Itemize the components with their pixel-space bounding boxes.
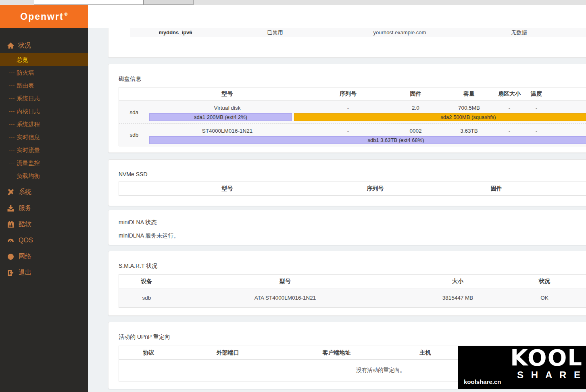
disk-capacity: 700.5MB [440, 105, 498, 111]
table-row: myddns_ipv6 已禁用 yourhost.example.com 无数据 [130, 28, 586, 37]
nvme-table-header: 型号 序列号 固件 [119, 182, 586, 196]
disk-table: 型号 序列号 固件 容量 扇区大小 温度 sda Virtual disk - … [119, 87, 586, 146]
ddns-name: myddns_ipv6 [130, 29, 221, 35]
sidebar-item-system-log[interactable]: 系统日志 [0, 92, 88, 105]
sidebar-item-label: 状况 [18, 42, 31, 50]
sidebar-item-label: 网络 [19, 252, 31, 261]
sidebar-item-status[interactable]: 状况 [0, 39, 88, 52]
sidebar-item-realtime-info[interactable]: 实时信息 [0, 131, 88, 144]
disk-info-title: 磁盘信息 [119, 75, 586, 83]
smart-title: S.M.A.R.T 状况 [119, 263, 586, 270]
main-content: myddns_ipv6 已禁用 yourhost.example.com 无数据… [88, 28, 586, 392]
sidebar-item-system[interactable]: 系统 [0, 184, 88, 200]
browser-artifact-bar [0, 0, 586, 5]
sidebar-item-label: 实时信息 [17, 134, 40, 140]
upnp-title: 活动的 UPnP 重定向 [119, 334, 586, 341]
sidebar-item-koolsoft[interactable]: 酷软 [0, 216, 88, 232]
disk-firmware: 0002 [391, 128, 440, 134]
sidebar-item-network[interactable]: 网络 [0, 248, 88, 265]
disk-sector-size: - [498, 105, 521, 111]
sidebar-item-overview[interactable]: 总览 [0, 53, 88, 66]
disk-temperature: - [521, 105, 552, 111]
sidebar-item-services[interactable]: 服务 [0, 200, 88, 216]
calendar-icon [7, 221, 14, 228]
table-row: sdb ATA ST4000LM016-1N21 3815447 MB OK [119, 288, 586, 308]
disk-serial: - [305, 128, 391, 134]
app-logo[interactable]: Openwrt® [0, 5, 88, 28]
nvme-card: NVMe SSD 型号 序列号 固件 [108, 159, 586, 206]
minidlna-title: miniDLNA 状态 [119, 219, 586, 226]
col-header: 序列号 [336, 185, 415, 192]
disk-info-line: Virtual disk - 2.0 700.5MB - - [119, 101, 586, 112]
sidebar-item-label: 系统日志 [17, 95, 40, 102]
sidebar-item-routes[interactable]: 路由表 [0, 79, 88, 92]
browser-artifact-button[interactable] [144, 0, 194, 5]
col-header: 型号 [174, 278, 396, 285]
col-header: 客户端地址 [277, 349, 396, 357]
sidebar-item-label: 防火墙 [17, 69, 34, 76]
disk-table-header: 型号 序列号 固件 容量 扇区大小 温度 [119, 87, 586, 101]
col-header: 设备 [119, 278, 174, 285]
disk-model: ST4000LM016-1N21 [149, 128, 305, 134]
disk-firmware: 2.0 [391, 105, 440, 111]
registered-mark-icon: ® [65, 12, 68, 17]
koolshare-logo-share: S H A R E [498, 369, 583, 381]
col-header: 外部端口 [178, 349, 277, 357]
sidebar-item-label: 负载均衡 [17, 173, 40, 179]
sidebar-item-label: 服务 [19, 204, 31, 213]
col-header: 温度 [521, 90, 552, 98]
sidebar-item-kernel-log[interactable]: 内核日志 [0, 105, 88, 118]
smart-device: sdb [119, 295, 174, 301]
smart-model: ATA ST4000LM016-1N21 [174, 295, 396, 301]
col-header: 状况 [519, 278, 569, 285]
sidebar-item-qos[interactable]: QOS [0, 232, 88, 248]
smart-card: S.M.A.R.T 状况 设备 型号 大小 状况 sdb ATA ST4000L… [108, 251, 586, 316]
sidebar-item-label: 酷软 [19, 220, 31, 229]
disk-device: sdb [119, 124, 149, 146]
sidebar-item-traffic-monitor[interactable]: 流量监控 [0, 156, 88, 169]
col-header: 大小 [396, 278, 519, 285]
disk-sector-size: - [498, 128, 521, 134]
tools-icon [7, 189, 14, 196]
main-menu: 系统 服务 酷软 QOS 网络 [0, 184, 88, 281]
sidebar-item-realtime-traffic[interactable]: 实时流量 [0, 144, 88, 156]
download-icon [7, 205, 14, 212]
sidebar-item-load-balance[interactable]: 负载均衡 [0, 169, 88, 182]
sidebar-item-label: QOS [19, 237, 33, 244]
sidebar-item-processes[interactable]: 系统进程 [0, 118, 88, 131]
sidebar-item-label: 退出 [19, 269, 31, 277]
partition-segment: sda2 500MB (squashfs) [294, 113, 586, 121]
col-header: 固件 [415, 185, 578, 192]
col-header: 主机 [396, 349, 455, 357]
koolshare-logo-kool: KOOL [498, 347, 583, 369]
disk-device: sda [119, 101, 149, 123]
table-row: sda Virtual disk - 2.0 700.5MB - - sda1 … [119, 101, 586, 123]
disk-serial: - [305, 105, 391, 111]
table-row: sdb ST4000LM016-1N21 - 0002 3.63TB - - s… [119, 123, 586, 146]
col-header: 型号 [149, 90, 305, 98]
nvme-title: NVMe SSD [119, 171, 586, 177]
disk-capacity: 3.63TB [440, 128, 498, 134]
ddns-table: myddns_ipv6 已禁用 yourhost.example.com 无数据 [130, 28, 586, 37]
ddns-host: yourhost.example.com [329, 29, 470, 35]
ddns-last-update: 无数据 [470, 29, 568, 36]
sidebar-item-firewall[interactable]: 防火墙 [0, 66, 88, 79]
smart-status: OK [519, 295, 569, 301]
col-header: 容量 [440, 90, 498, 98]
gauge-icon [7, 237, 14, 244]
partition-bar: sda1 200MB (ext4 2%) sda2 500MB (squashf… [149, 113, 586, 121]
smart-size: 3815447 MB [396, 295, 519, 301]
koolshare-logo: KOOL S H A R E koolshare.cn [458, 346, 586, 389]
nvme-table: 型号 序列号 固件 [119, 181, 586, 196]
col-header: 序列号 [305, 90, 391, 98]
globe-icon [7, 253, 14, 260]
sidebar: 状况 总览 防火墙 路由表 系统日志 内核日志 系统进程 实时信息 实时流量 流… [0, 28, 88, 392]
partition-segment: sdb1 3.63TB (ext4 68%) [149, 136, 586, 144]
col-header: 协议 [119, 349, 178, 357]
sidebar-item-label: 实时流量 [17, 147, 40, 153]
sidebar-item-label: 总览 [17, 56, 28, 63]
browser-artifact-input[interactable] [34, 0, 144, 5]
ddns-card: myddns_ipv6 已禁用 yourhost.example.com 无数据 [108, 28, 586, 58]
sidebar-item-logout[interactable]: 退出 [0, 265, 88, 281]
partition-bar: sdb1 3.63TB (ext4 68%) [149, 136, 586, 144]
